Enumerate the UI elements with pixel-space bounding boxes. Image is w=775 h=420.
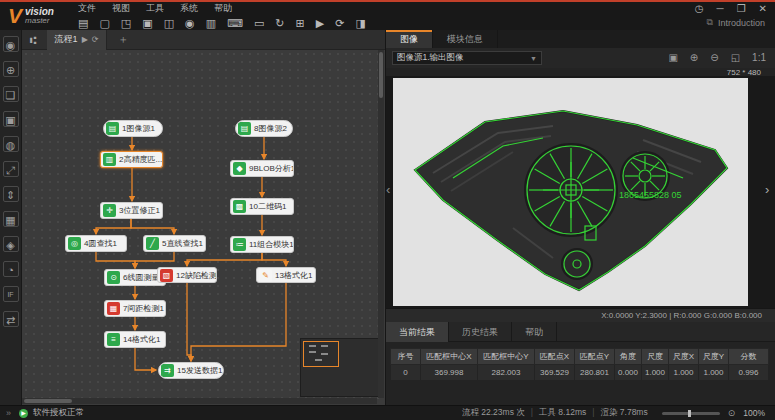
timer-icon[interactable]: ◷	[695, 3, 704, 15]
metric-separator: |	[531, 407, 533, 417]
camera-icon[interactable]: ◉	[185, 16, 195, 30]
node-send-data-1[interactable]: ⇉15发送数据1	[158, 362, 224, 379]
logic-if-icon[interactable]: IF	[3, 286, 19, 302]
result-tabs: 当前结果历史结果帮助	[386, 322, 775, 342]
introduction-icon: ⧉	[707, 17, 713, 28]
node-combine-module-1-icon: ≔	[233, 238, 246, 251]
flow-tree-icon[interactable]: ⑆	[30, 34, 37, 46]
node-gap-detect-1[interactable]: ▦7间距检测1	[104, 300, 166, 317]
open-icon[interactable]: ▢	[99, 16, 109, 30]
tab-history-result[interactable]: 历史结果	[449, 322, 512, 342]
run-status-icon: ▶	[19, 409, 28, 418]
flow-minimap[interactable]	[300, 338, 380, 397]
table-cell: 369.529	[535, 365, 575, 381]
flow-editor: ⑆ 流程1 ▶ ⟳ ＋ ▤1图像源1▥2高精度匹...✛3位置修正1◎4圆查找1…	[22, 30, 385, 405]
node-image-source-1[interactable]: ▤1图像源1	[103, 120, 163, 137]
window-layout-icon[interactable]: ◫	[164, 16, 174, 30]
logo-v-icon: V	[8, 4, 22, 28]
defect-detection-icon[interactable]: ◔	[3, 261, 19, 277]
image-source-dropdown[interactable]: 图像源1.输出图像 ▼	[392, 51, 542, 65]
card-icon[interactable]: ▭	[254, 16, 264, 30]
run-loop-icon[interactable]: ⟳	[335, 16, 344, 30]
panel-icon[interactable]: ◨	[355, 16, 365, 30]
node-format-1[interactable]: ≡14格式化1	[104, 331, 166, 348]
menu-view[interactable]: 视图	[112, 2, 130, 15]
table-cell: 282.003	[478, 365, 535, 381]
flow-tab-bar: ⑆ 流程1 ▶ ⟳ ＋	[22, 30, 385, 50]
next-image-chevron[interactable]: ›	[765, 182, 773, 197]
image-export-icon[interactable]: ▣	[142, 16, 152, 30]
flow-edge	[131, 219, 174, 234]
menu-system[interactable]: 系统	[180, 2, 198, 15]
capture-icon[interactable]: ◳	[121, 16, 131, 30]
tab-module-info[interactable]: 模块信息	[433, 30, 498, 48]
minimize-icon[interactable]: ─	[717, 3, 724, 15]
part-image: 1865455828 05	[393, 78, 748, 306]
node-high-precision-match-1-label: 2高精度匹...	[116, 154, 163, 165]
node-combine-module-1[interactable]: ≔11组合模块1	[230, 236, 294, 253]
measurement-layers-icon[interactable]: ❏	[3, 86, 19, 102]
zoom-slider[interactable]	[662, 412, 720, 415]
node-high-precision-match-1[interactable]: ▥2高精度匹...	[100, 151, 163, 168]
tab-help[interactable]: 帮助	[512, 322, 557, 342]
flow-canvas[interactable]: ▤1图像源1▥2高精度匹...✛3位置修正1◎4圆查找1╱5直线查找1⊙6线圆测…	[22, 50, 385, 405]
location-target-icon[interactable]: ⊕	[3, 61, 19, 77]
close-icon[interactable]: ✕	[759, 3, 767, 15]
module-icon[interactable]: ⊞	[296, 16, 305, 30]
tab-current-result[interactable]: 当前结果	[386, 322, 449, 342]
match-annotation: 1865455828 05	[619, 190, 682, 200]
node-format-2[interactable]: ✎13格式化1	[256, 267, 316, 283]
keyboard-icon[interactable]: ⌨	[227, 16, 243, 30]
save-icon[interactable]: ▤	[78, 16, 88, 30]
logo-master-text: master	[25, 16, 54, 25]
magnifier-icon[interactable]: ⊙	[728, 408, 736, 418]
color-processing-icon[interactable]: ◈	[3, 236, 19, 252]
node-defect-detect-1[interactable]: ▧12缺陷检测1	[157, 267, 217, 283]
compare-view-icon[interactable]: ▥	[206, 16, 216, 30]
one-to-one-icon[interactable]: 1:1	[752, 51, 766, 65]
menu-file[interactable]: 文件	[78, 2, 96, 15]
image-viewport[interactable]: 1865455828 05	[393, 78, 748, 306]
node-image-source-2[interactable]: ▤8图像源2	[235, 120, 293, 137]
refresh-icon[interactable]: ↻	[275, 16, 284, 30]
zoom-slider-thumb[interactable]	[688, 410, 691, 417]
alignment-icon[interactable]: ⇕	[3, 186, 19, 202]
calibration-arrows-icon[interactable]: ⤢	[3, 161, 19, 177]
run-once-icon[interactable]: ▶	[316, 16, 324, 30]
node-circle-find-1[interactable]: ◎4圆查找1	[65, 235, 127, 252]
flow-hscrollbar[interactable]	[22, 398, 377, 404]
fit-window-icon[interactable]: ◱	[731, 51, 740, 65]
communication-icon[interactable]: ⇄	[3, 311, 19, 327]
menu-help[interactable]: 帮助	[214, 2, 232, 15]
add-flow-button[interactable]: ＋	[117, 32, 128, 47]
flow-tab-1[interactable]: 流程1 ▶ ⟳	[47, 30, 108, 50]
flow-run-once-icon[interactable]: ▶	[82, 35, 88, 44]
table-cell: 369.998	[421, 365, 478, 381]
introduction-link[interactable]: ⧉ Introduction	[707, 17, 765, 28]
recognition-frame-icon[interactable]: ▣	[3, 111, 19, 127]
acquisition-camera-icon[interactable]: ◉	[3, 36, 19, 52]
zoom-out-icon[interactable]: ⊖	[710, 51, 718, 65]
maximize-icon[interactable]: ❐	[737, 3, 746, 15]
zoom-in-icon[interactable]: ⊕	[690, 51, 698, 65]
node-blob-analysis-1[interactable]: ◆9BLOB分析1	[230, 160, 294, 177]
menu-tools[interactable]: 工具	[146, 2, 164, 15]
expand-icon[interactable]: »	[6, 408, 11, 418]
deep-learning-globe-icon[interactable]: ◍	[3, 136, 19, 152]
node-position-fix-1[interactable]: ✛3位置修正1	[100, 202, 163, 219]
node-line-find-1[interactable]: ╱5直线查找1	[143, 235, 206, 252]
metric-render-time: 渲染 7.78ms	[600, 407, 647, 417]
layout-icon[interactable]: ▣	[668, 51, 677, 65]
table-row[interactable]: 0369.998282.003369.529280.8010.0001.0001…	[391, 365, 769, 381]
flow-edge	[96, 219, 131, 234]
node-line-find-1-label: 5直线查找1	[159, 238, 206, 249]
tab-image[interactable]: 图像	[386, 30, 433, 48]
image-toolbar: 图像源1.输出图像 ▼ ▣⊕⊖◱1:1	[386, 48, 775, 68]
node-qrcode-1[interactable]: ▩10二维码1	[230, 198, 294, 215]
node-format-1-label: 14格式化1	[120, 334, 164, 345]
flow-run-loop-icon[interactable]: ⟳	[92, 35, 99, 44]
flow-vscrollbar[interactable]	[378, 50, 384, 398]
table-header-cell: 匹配点X	[535, 349, 575, 365]
image-processing-icon[interactable]: ▦	[3, 211, 19, 227]
node-format-2-icon: ✎	[259, 269, 272, 282]
